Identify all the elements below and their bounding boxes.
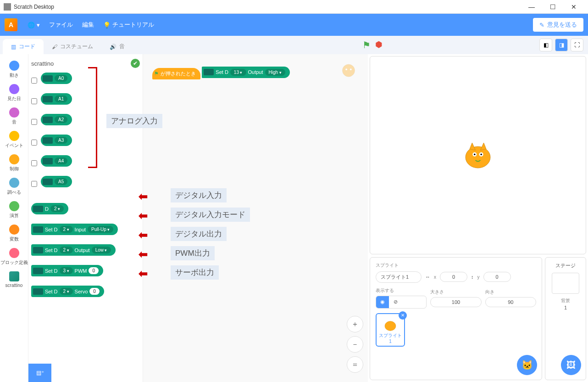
annotation-dmode: デジタル入力モード <box>171 208 250 222</box>
language-menu[interactable]: 🌐▾ <box>28 22 40 28</box>
block-set-input-mode[interactable]: Set D2InputPull-Up <box>31 224 118 235</box>
input-pwm-value[interactable]: 0 <box>89 267 99 274</box>
block-set-pwm[interactable]: Set D3PWM0 <box>31 265 103 276</box>
feedback-button[interactable]: ✎意見を送る <box>533 18 583 32</box>
script-canvas[interactable]: アナログ入力 ⬅ デジタル入力 ⬅ デジタル入力モード ⬅ デジタル出力 ⬅ P… <box>143 54 368 382</box>
cat-sound[interactable]: 音 <box>0 105 28 128</box>
file-menu[interactable]: ファイル <box>49 21 73 29</box>
monitor-check-a5[interactable] <box>31 181 37 187</box>
add-extension-button[interactable]: ▤⁺ <box>28 364 51 382</box>
large-stage-button[interactable]: ◨ <box>555 39 568 51</box>
stage[interactable] <box>370 56 586 254</box>
tab-code[interactable]: ▥コード <box>3 39 44 54</box>
green-flag-icon[interactable]: ⚑ <box>362 39 371 51</box>
show-sprite-button[interactable]: ◉ <box>376 296 389 308</box>
svg-point-1 <box>345 68 347 70</box>
sprite-name-input[interactable]: スプライト1 <box>376 271 422 283</box>
annotation-dread: デジタル入力 <box>171 188 227 202</box>
workspace: 動き 見た目 音 イベント 制御 調べる 演算 変数 ブロック定義 scratt… <box>0 54 588 382</box>
cat-sensing[interactable]: 調べる <box>0 175 28 198</box>
fullscreen-button[interactable]: ⛶ <box>571 39 583 51</box>
cat-control[interactable]: 制御 <box>0 152 28 175</box>
green-flag-icon: ⚑ <box>154 71 159 77</box>
dropdown-level[interactable]: Low <box>92 247 111 253</box>
arrows-h-icon: ↔ <box>425 274 430 280</box>
svg-point-7 <box>480 153 482 155</box>
tutorials-menu[interactable]: 💡チュートリアル <box>103 21 154 29</box>
dropdown-pin[interactable]: 2 <box>60 288 73 295</box>
sprite-watermark <box>338 61 360 83</box>
backdrop-thumbnail[interactable] <box>552 273 579 294</box>
sound-icon: 🔊 <box>110 44 116 50</box>
add-backdrop-button[interactable]: 🖼 <box>561 355 581 375</box>
monitor-check-a4[interactable] <box>31 160 37 166</box>
dropdown-pin[interactable]: 2 <box>60 247 73 253</box>
annotation-bracket <box>88 67 97 168</box>
monitor-check-a1[interactable] <box>31 98 37 104</box>
dropdown-pull[interactable]: Pull-Up <box>88 226 113 233</box>
svg-point-5 <box>474 153 476 155</box>
monitor-check-a0[interactable] <box>31 78 37 84</box>
connected-icon: ✔ <box>131 59 140 68</box>
cat-operators[interactable]: 演算 <box>0 198 28 222</box>
tab-costumes[interactable]: 🖌コスチューム <box>44 39 101 54</box>
svg-point-8 <box>385 321 396 331</box>
stage-info-panel: ステージ 背景 1 🖼 <box>545 257 586 380</box>
code-icon: ▥ <box>11 44 16 50</box>
add-sprite-button[interactable]: 🐱 <box>517 355 537 375</box>
stage-column: スプライト スプライト1 ↔ x 0 ↕ y 0 表示する ◉ ⊘ <box>368 54 588 382</box>
minimize-button[interactable]: — <box>521 0 542 14</box>
svg-point-3 <box>466 146 490 168</box>
annotation-analog: アナログ入力 <box>106 114 162 128</box>
monitor-check-a3[interactable] <box>31 140 37 146</box>
svg-point-2 <box>350 68 352 70</box>
block-when-flag-clicked[interactable]: ⚑が押されたとき <box>152 68 200 79</box>
block-set-servo[interactable]: Set D2Servo0 <box>31 286 104 297</box>
dropdown-level[interactable]: High <box>265 69 285 76</box>
sprite-x-input[interactable]: 0 <box>440 272 467 282</box>
hide-sprite-button[interactable]: ⊘ <box>389 296 402 308</box>
sprite-thumbnail[interactable]: ✕ スプライト1 <box>376 313 405 347</box>
sprite-info-panel: スプライト スプライト1 ↔ x 0 ↕ y 0 表示する ◉ ⊘ <box>370 257 542 380</box>
maximize-button[interactable]: ☐ <box>542 0 563 14</box>
block-analog-a2[interactable]: A2 <box>41 114 72 125</box>
dropdown-pin[interactable]: 2 <box>60 226 73 233</box>
annotation-arrow: ⬅ <box>139 190 148 203</box>
delete-sprite-button[interactable]: ✕ <box>399 311 407 320</box>
tab-sounds[interactable]: 🔊音 <box>101 39 133 54</box>
dropdown-pin[interactable]: 3 <box>60 267 73 274</box>
cat-scrattino[interactable]: scrattino <box>0 269 28 291</box>
dropdown-pin[interactable]: 13 <box>230 69 246 76</box>
block-analog-a0[interactable]: A0 <box>41 73 72 84</box>
cat-variables[interactable]: 変数 <box>0 222 28 245</box>
dropdown-pin[interactable]: 2 <box>50 205 64 212</box>
monitor-check-a2[interactable] <box>31 119 37 125</box>
cat-myblocks[interactable]: ブロック定義 <box>0 245 28 269</box>
block-set-output[interactable]: Set D2OutputLow <box>31 244 116 256</box>
sprite-size-input[interactable]: 100 <box>430 297 481 307</box>
small-stage-button[interactable]: ◧ <box>539 39 552 51</box>
close-button[interactable]: ✕ <box>563 0 584 14</box>
window-title: Scratch Desktop <box>14 4 521 10</box>
zoom-out-button[interactable]: － <box>347 336 363 353</box>
block-set-d13-output-high[interactable]: Set D13OutputHigh <box>202 67 289 78</box>
sprite-y-input[interactable]: 0 <box>483 272 511 282</box>
cat-events[interactable]: イベント <box>0 128 28 152</box>
block-analog-a1[interactable]: A1 <box>41 93 72 105</box>
block-analog-a4[interactable]: A4 <box>41 155 72 167</box>
zoom-reset-button[interactable]: ＝ <box>347 356 363 373</box>
cat-looks[interactable]: 見た目 <box>0 81 28 105</box>
annotation-servo: サーボ出力 <box>171 265 219 280</box>
block-analog-a3[interactable]: A3 <box>41 135 72 146</box>
input-servo-value[interactable]: 0 <box>89 288 100 295</box>
annotation-pwm: PWM出力 <box>171 246 215 260</box>
arrows-v-icon: ↕ <box>471 274 474 280</box>
stop-icon[interactable]: ⬢ <box>375 39 383 51</box>
block-analog-a5[interactable]: A5 <box>41 176 72 187</box>
zoom-in-button[interactable]: ＋ <box>347 316 363 332</box>
block-palette: scrattino ✔ A0 A1 A2 A3 A4 A5 D2 Set D2I… <box>28 54 143 382</box>
cat-motion[interactable]: 動き <box>0 58 28 81</box>
sprite-direction-input[interactable]: 90 <box>485 297 536 307</box>
edit-menu[interactable]: 編集 <box>82 21 94 29</box>
block-digital-read[interactable]: D2 <box>31 203 68 214</box>
